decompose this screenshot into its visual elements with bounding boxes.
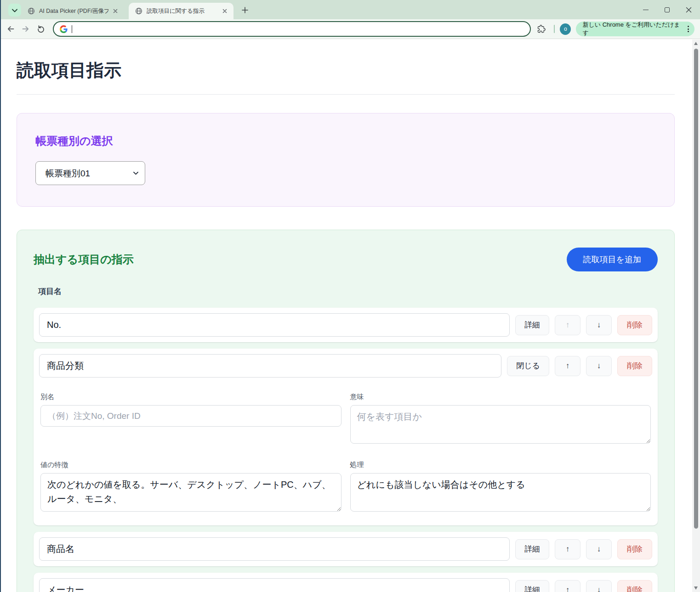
toolbar-separator	[554, 25, 555, 33]
delete-button[interactable]: 削除	[617, 539, 652, 559]
value-features-label: 値の特徴	[40, 461, 341, 469]
kebab-menu-icon[interactable]	[686, 24, 690, 34]
item-name-input[interactable]	[39, 313, 510, 337]
item-detail-fields: 別名 意味 値の特徴	[39, 378, 652, 513]
maximize-button[interactable]	[660, 3, 674, 17]
url-bar[interactable]	[53, 21, 531, 37]
processing-textarea[interactable]	[350, 473, 651, 512]
title-divider	[17, 94, 675, 95]
move-up-button[interactable]: ↑	[555, 539, 580, 559]
item-name-input[interactable]	[39, 354, 501, 378]
delete-button[interactable]: 削除	[617, 580, 652, 592]
tab-title: AI Data Picker (PDF/画像プレビュー	[39, 7, 108, 15]
plus-icon	[242, 7, 248, 13]
scrollbar-down-arrow[interactable]	[694, 586, 698, 590]
move-down-button[interactable]: ↓	[586, 580, 612, 592]
close-icon	[686, 7, 692, 13]
globe-icon	[135, 7, 142, 15]
move-up-button[interactable]: ↑	[555, 315, 580, 335]
items-heading: 抽出する項目の指示	[34, 252, 134, 267]
close-icon	[113, 9, 118, 13]
profile-avatar[interactable]: o	[560, 23, 571, 35]
close-window-button[interactable]	[682, 3, 695, 17]
detail-button[interactable]: 詳細	[515, 539, 549, 559]
item-rows: 詳細 ↑ ↓ 削除 閉じる ↑ ↓ 削除	[34, 308, 658, 592]
items-section: 抽出する項目の指示 読取項目を追加 項目名 詳細 ↑ ↓ 削除	[17, 230, 675, 592]
tab-strip: AI Data Picker (PDF/画像プレビュー 読取項目に関する指示	[0, 0, 700, 19]
globe-icon	[28, 7, 35, 15]
close-icon	[222, 9, 227, 13]
item-row-expanded: 閉じる ↑ ↓ 削除 別名 意味	[34, 349, 658, 525]
form-type-heading: 帳票種別の選択	[35, 134, 656, 148]
web-page: 読取項目指示 帳票種別の選択 帳票種別01 抽出する項目の指示 読取項目を追加	[0, 39, 692, 592]
move-down-button[interactable]: ↓	[586, 539, 612, 559]
move-up-button[interactable]: ↑	[555, 356, 580, 376]
maximize-icon	[665, 7, 670, 12]
text-cursor	[72, 25, 73, 33]
minimize-icon	[643, 10, 649, 10]
new-tab-button[interactable]	[239, 5, 250, 16]
back-icon	[6, 25, 15, 33]
form-type-section: 帳票種別の選択 帳票種別01	[17, 113, 675, 207]
forward-icon	[22, 25, 30, 33]
tab-title: 読取項目に関する指示	[147, 7, 218, 15]
browser-toolbar: o 新しい Chrome をご利用いただけます	[0, 19, 700, 39]
move-down-button[interactable]: ↓	[586, 356, 612, 376]
item-name-column-label: 項目名	[38, 286, 658, 297]
meaning-label: 意味	[350, 393, 651, 401]
processing-label: 処理	[350, 461, 651, 469]
window-controls	[639, 0, 695, 19]
forward-button[interactable]	[18, 21, 34, 37]
tab-reading-items-active[interactable]: 読取項目に関する指示	[129, 3, 233, 19]
google-logo-icon	[60, 25, 68, 33]
item-row: 詳細 ↑ ↓ 削除	[34, 573, 658, 592]
close-detail-button[interactable]: 閉じる	[507, 356, 549, 376]
move-up-button[interactable]: ↑	[555, 580, 580, 592]
scrollbar[interactable]	[692, 39, 700, 592]
meaning-textarea[interactable]	[350, 405, 651, 444]
window-frame-edge	[0, 0, 1, 592]
scrollbar-thumb[interactable]	[694, 49, 698, 529]
toolbar-right-cluster: o 新しい Chrome をご利用いただけます	[531, 21, 700, 37]
chevron-down-icon	[12, 6, 17, 14]
scrollbar-up-arrow[interactable]	[694, 42, 698, 45]
tab-search-button[interactable]	[8, 4, 21, 17]
value-features-textarea[interactable]	[40, 473, 341, 512]
item-row: 詳細 ↑ ↓ 削除	[34, 532, 658, 566]
tab-ai-data-picker[interactable]: AI Data Picker (PDF/画像プレビュー	[21, 3, 124, 19]
tab-close-button[interactable]	[221, 7, 229, 15]
add-item-button[interactable]: 読取項目を追加	[567, 248, 658, 271]
tab-close-button[interactable]	[111, 7, 120, 15]
puzzle-icon	[537, 25, 546, 33]
back-button[interactable]	[3, 21, 18, 37]
form-type-select[interactable]: 帳票種別01	[35, 161, 145, 185]
detail-button[interactable]: 詳細	[515, 580, 549, 592]
promo-label: 新しい Chrome をご利用いただけます	[582, 21, 682, 37]
reload-icon	[37, 25, 45, 33]
detail-button[interactable]: 詳細	[515, 315, 549, 335]
page-title: 読取項目指示	[17, 59, 675, 82]
reload-button[interactable]	[34, 21, 49, 37]
alias-label: 別名	[40, 393, 341, 401]
delete-button[interactable]: 削除	[617, 356, 652, 376]
item-name-input[interactable]	[39, 537, 510, 561]
alias-input[interactable]	[40, 405, 341, 427]
chrome-promo-button[interactable]: 新しい Chrome をご利用いただけます	[576, 22, 694, 36]
item-name-input[interactable]	[39, 578, 510, 592]
item-row: 詳細 ↑ ↓ 削除	[34, 308, 658, 342]
minimize-button[interactable]	[639, 3, 652, 17]
extensions-button[interactable]	[534, 21, 549, 37]
move-down-button[interactable]: ↓	[586, 315, 612, 335]
form-type-select-wrap: 帳票種別01	[35, 161, 145, 185]
browser-window: AI Data Picker (PDF/画像プレビュー 読取項目に関する指示	[0, 0, 700, 592]
delete-button[interactable]: 削除	[617, 315, 652, 335]
